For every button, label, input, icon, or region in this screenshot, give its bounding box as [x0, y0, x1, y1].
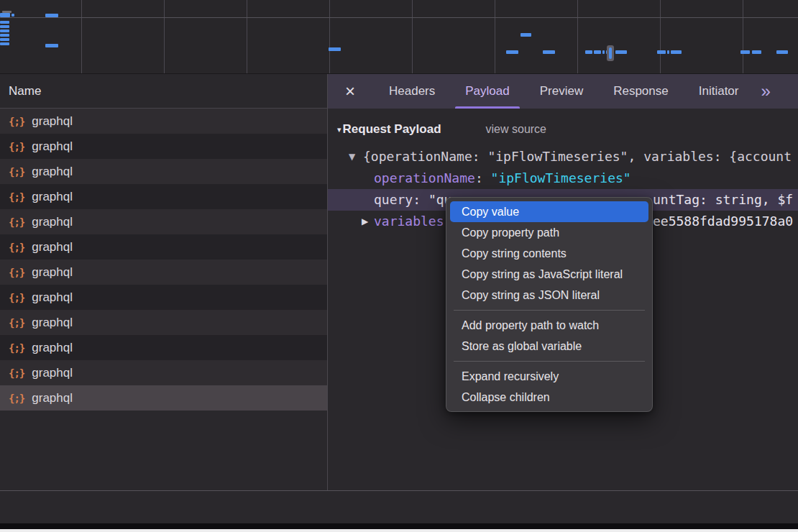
request-name: graphql [32, 265, 73, 280]
timeline-gridline [577, 0, 578, 74]
request-timing-bar [602, 50, 605, 54]
payload-root-preview: {operationName: "ipFlowTimeseries", vari… [363, 146, 792, 168]
menu-item-store-as-global-variable[interactable]: Store as global variable [446, 336, 652, 357]
property-value-overflow: untTag: string, $f [653, 189, 793, 211]
request-name: graphql [32, 165, 73, 179]
table-row[interactable]: {;}graphql [0, 159, 327, 184]
request-timing-bar [0, 34, 9, 37]
table-row[interactable]: {;}graphql [0, 209, 327, 234]
menu-item-copy-string-as-javascript-literal[interactable]: Copy string as JavaScript literal [446, 264, 652, 285]
timeline-gridline [412, 0, 413, 74]
request-timing-bar [585, 50, 592, 54]
section-collapse-icon[interactable]: ▾ [337, 125, 341, 134]
menu-item-copy-string-as-json-literal[interactable]: Copy string as JSON literal [446, 285, 652, 306]
json-braces-icon: {;} [9, 317, 24, 329]
request-timing-bar [329, 47, 341, 51]
request-timing-bar [45, 44, 58, 47]
request-timing-bar [506, 50, 518, 54]
payload-property-row[interactable]: operationName: "ipFlowTimeseries" [328, 168, 798, 189]
table-row[interactable]: {;}graphql [0, 109, 327, 134]
timeline-gridline [495, 0, 495, 74]
summary-footer [0, 491, 798, 523]
property-key: variables [374, 214, 444, 229]
menu-separator [454, 310, 645, 311]
request-timing-bar [0, 29, 9, 32]
request-payload-section[interactable]: ▾ Request Payload view source [328, 119, 798, 140]
request-timing-bar [752, 50, 761, 54]
payload-root-row[interactable]: ▼ {operationName: "ipFlowTimeseries", va… [328, 146, 798, 168]
timeline-gridline [164, 0, 165, 74]
property-value: "ipFlowTimeseries" [491, 170, 631, 185]
menu-item-collapse-children[interactable]: Collapse children [446, 387, 652, 408]
table-row[interactable]: {;}graphql [0, 234, 327, 260]
timeline-gridline [81, 0, 82, 74]
request-name: graphql [32, 391, 73, 405]
table-row[interactable]: {;}graphql [0, 335, 327, 360]
request-timing-bar [0, 25, 9, 28]
table-row[interactable]: {;}graphql [0, 360, 327, 385]
json-braces-icon: {;} [9, 216, 24, 228]
close-icon[interactable]: × [338, 83, 362, 100]
menu-separator [454, 361, 645, 362]
details-tab-bar: × HeadersPayloadPreviewResponseInitiator… [328, 74, 798, 109]
devtools-window: Name {;}graphql{;}graphql{;}graphql{;}gr… [0, 0, 798, 532]
tab-initiator[interactable]: Initiator [684, 74, 754, 109]
table-row[interactable]: {;}graphql [0, 310, 327, 335]
menu-item-copy-string-contents[interactable]: Copy string contents [446, 243, 652, 264]
menu-item-copy-value[interactable]: Copy value [450, 201, 648, 222]
expanded-arrow-icon[interactable]: ▼ [349, 146, 355, 168]
window-bottom-edge [0, 529, 798, 532]
request-timing-bar [776, 50, 788, 54]
table-row[interactable]: {;}graphql [0, 260, 327, 285]
table-row[interactable]: {;}graphql [0, 385, 327, 411]
request-name: graphql [32, 341, 73, 355]
collapsed-arrow-icon[interactable]: ▶ [362, 211, 368, 232]
request-timing-bar [0, 38, 9, 41]
request-timing-bar [657, 50, 666, 54]
menu-item-add-property-path-to-watch[interactable]: Add property path to watch [446, 315, 652, 336]
tab-headers[interactable]: Headers [374, 74, 450, 109]
request-timing-bar [0, 42, 9, 45]
request-name: graphql [32, 215, 73, 229]
context-menu: Copy valueCopy property pathCopy string … [446, 197, 653, 412]
request-name: graphql [32, 316, 73, 330]
request-name: graphql [32, 366, 73, 380]
name-column-label: Name [9, 84, 41, 98]
request-timing-bar [615, 50, 627, 54]
tab-preview[interactable]: Preview [525, 74, 598, 109]
property-key: operationName [374, 170, 475, 185]
table-row[interactable]: {;}graphql [0, 184, 327, 209]
json-braces-icon: {;} [9, 267, 24, 278]
tab-payload[interactable]: Payload [450, 74, 524, 109]
timeline-gridline [743, 0, 743, 74]
window-bottom-bar [0, 523, 798, 529]
json-braces-icon: {;} [9, 242, 24, 253]
json-braces-icon: {;} [9, 116, 24, 127]
json-braces-icon: {;} [9, 141, 24, 152]
request-timing-bar [543, 50, 555, 54]
network-overview-timeline[interactable] [0, 0, 798, 74]
view-source-link[interactable]: view source [486, 123, 546, 136]
request-list: {;}graphql{;}graphql{;}graphql{;}graphql… [0, 109, 327, 411]
json-braces-icon: {;} [9, 166, 24, 178]
request-timing-bar [0, 13, 10, 17]
more-tabs-icon[interactable]: » [761, 83, 770, 100]
timeline-gridline [329, 0, 330, 74]
table-row[interactable]: {;}graphql [0, 285, 327, 310]
menu-item-copy-property-path[interactable]: Copy property path [446, 222, 652, 243]
table-row[interactable]: {;}graphql [0, 134, 327, 159]
name-column-header[interactable]: Name [0, 74, 327, 109]
request-name: graphql [32, 290, 73, 305]
json-braces-icon: {;} [9, 367, 24, 379]
json-braces-icon: {;} [9, 393, 24, 404]
request-timing-bar [594, 50, 601, 54]
request-timing-bar [667, 50, 669, 54]
json-braces-icon: {;} [9, 191, 24, 203]
request-timing-bar [740, 50, 750, 54]
tab-response[interactable]: Response [598, 74, 684, 109]
request-timing-bar [12, 14, 14, 17]
request-timing-bar [671, 50, 682, 54]
timeline-divider [0, 17, 798, 18]
menu-item-expand-recursively[interactable]: Expand recursively [446, 366, 652, 387]
timeline-selection-marker-bar [609, 47, 612, 59]
